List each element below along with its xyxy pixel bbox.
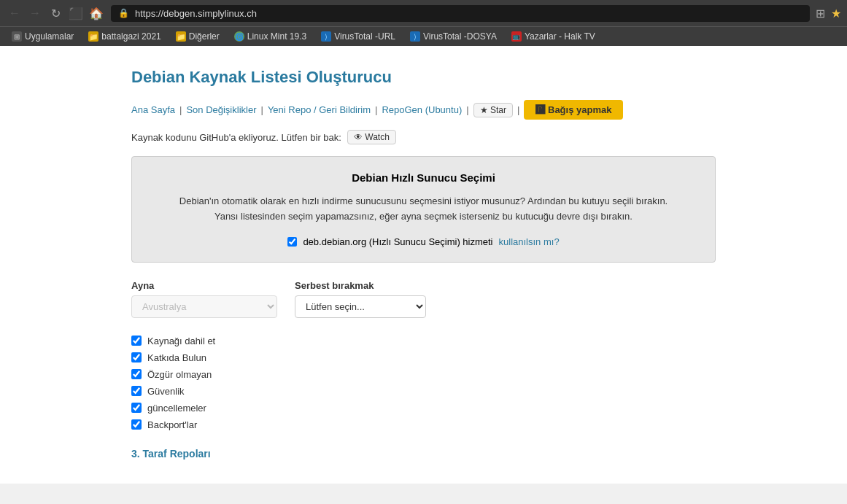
bookmark-label: Yazarlar - Halk TV [525,31,595,42]
checkbox-guncellemeler-label: güncellemeler [147,403,206,414]
checkbox-kaynagi-dahil: Kaynağı dahil et [131,336,716,346]
mirror-box-title: Debian Hızlı Sunucu Seçimi [147,171,700,184]
folder-icon: 📁 [88,31,98,42]
nav-links: Ana Sayfa | Son Değişiklikler | Yeni Rep… [131,100,716,120]
release-form-group: Serbest bırakmak Lütfen seçin... [295,280,426,318]
github-watch-button[interactable]: 👁 Watch [347,130,396,144]
nav-yeni-repo[interactable]: Yeni Repo / Geri Bildirim [268,104,371,115]
checkbox-katkida-bulun-input[interactable] [131,352,142,363]
release-label: Serbest bırakmak [295,280,426,291]
checkbox-backports-input[interactable] [131,419,142,430]
bookmark-battalgazi[interactable]: 📁 battalgazi 2021 [82,30,166,43]
checkbox-guncellemeler: güncellemeler [131,403,716,414]
nav-ana-sayfa[interactable]: Ana Sayfa [131,104,175,115]
nav-buttons: ← → ↻ ⬛ 🏠 [6,4,105,22]
address-input[interactable] [135,8,802,19]
nav-repogen-ubuntu[interactable]: RepoGen (Ubuntu) [382,104,462,115]
checkbox-ozgur-olmayan-input[interactable] [131,369,142,379]
lock-icon: 🔒 [118,8,129,18]
checkbox-katkida-bulun-label: Katkıda Bulun [147,352,206,363]
release-select[interactable]: Lütfen seçin... [295,295,426,318]
page-title: Debian Kaynak Listesi Oluşturucu [131,68,716,87]
mirror-fast-checkbox[interactable] [287,237,297,247]
bookmark-yazarlar[interactable]: 📺 Yazarlar - Halk TV [506,30,601,43]
apps-icon: ⊞ [12,31,22,42]
nav-son-degisiklikler[interactable]: Son Değişiklikler [186,104,256,115]
checkbox-guvenlik-input[interactable] [131,386,142,396]
form-row: Ayna Avustralya Serbest bırakmak Lütfen … [131,280,716,318]
checkbox-ozgur-olmayan: Özgür olmayan [131,369,716,380]
checkbox-backports: Backport'lar [131,419,716,430]
mint-icon: 🌀 [234,31,244,42]
source-notice-text: Kaynak kodunu GitHub'a ekliyoruz. Lütfen… [131,132,341,143]
third-party-section: 3. Taraf Repoları [131,448,716,460]
back-button[interactable]: ← [6,4,23,22]
bookmark-linux-mint[interactable]: 🌀 Linux Mint 19.3 [228,30,312,43]
bookmark-virustotal-dosya[interactable]: ⟩ VirusTotal -DOSYA [404,30,503,43]
tab-button[interactable]: ⬛ [67,4,85,22]
mirror-box-desc: Debian'ın otomatik olarak en hızlı indir… [147,194,700,225]
checkbox-guvenlik-label: Güvenlik [147,386,185,397]
reload-button[interactable]: ↻ [47,4,64,22]
mirror-label: Ayna [131,280,277,291]
forward-button[interactable]: → [26,4,44,22]
github-star-button[interactable]: ★ Star [473,103,513,117]
mirror-select[interactable]: Avustralya [131,295,277,318]
checkbox-kaynagi-dahil-label: Kaynağı dahil et [147,336,215,346]
folder-icon: 📁 [176,31,186,42]
mirror-desc-line1: Debian'ın otomatik olarak en hızlı indir… [179,195,668,206]
bookmark-label: Linux Mint 19.3 [247,31,306,42]
bookmarks-bar: ⊞ Uygulamalar 📁 battalgazi 2021 📁 Diğerl… [0,26,847,46]
extensions-button[interactable]: ⊞ [816,7,825,20]
red-icon: 📺 [511,31,522,42]
mirror-desc-line2: Yansı listesinden seçim yapamazsınız, eğ… [214,211,633,222]
mirror-form-group: Ayna Avustralya [131,280,277,318]
checkbox-backports-label: Backport'lar [147,419,197,430]
checkbox-katkida-bulun: Katkıda Bulun [131,352,716,363]
checkboxes-section: Kaynağı dahil et Katkıda Bulun Özgür olm… [131,336,716,430]
mirror-checkbox-link[interactable]: kullanılsın mı? [499,236,560,247]
checkbox-ozgur-olmayan-label: Özgür olmayan [147,369,212,380]
donate-button[interactable]: 🅿 Bağış yapmak [524,100,623,120]
mirror-checkbox-label: deb.debian.org (Hızlı Sunucu Seçimi) hiz… [303,236,492,247]
bookmark-label: VirusTotal -DOSYA [423,31,497,42]
checkbox-guvenlik: Güvenlik [131,386,716,397]
address-bar-container: 🔒 [111,5,810,22]
third-party-link[interactable]: 3. Taraf Repoları [131,448,211,460]
vt-icon: ⟩ [321,31,331,42]
mirror-box: Debian Hızlı Sunucu Seçimi Debian'ın oto… [131,156,716,263]
bookmark-label: VirusTotal -URL [334,31,395,42]
bookmark-label: Diğerler [189,31,220,42]
star-button[interactable]: ★ [831,7,841,20]
checkbox-kaynagi-dahil-input[interactable] [131,336,142,346]
bookmark-label: battalgazi 2021 [101,31,160,42]
mirror-checkbox-row: deb.debian.org (Hızlı Sunucu Seçimi) hiz… [147,236,700,247]
bookmark-digerler[interactable]: 📁 Diğerler [170,30,225,43]
bookmark-virustotal-url[interactable]: ⟩ VirusTotal -URL [315,30,401,43]
home-button[interactable]: 🏠 [88,4,105,22]
checkbox-guncellemeler-input[interactable] [131,403,142,413]
browser-actions: ⊞ ★ [816,7,841,20]
vt2-icon: ⟩ [410,31,420,42]
page-content: Debian Kaynak Listesi Oluşturucu Ana Say… [0,46,847,484]
source-notice: Kaynak kodunu GitHub'a ekliyoruz. Lütfen… [131,130,716,144]
bookmark-label: Uygulamalar [25,31,74,42]
bookmark-uygulamalar[interactable]: ⊞ Uygulamalar [6,30,80,43]
